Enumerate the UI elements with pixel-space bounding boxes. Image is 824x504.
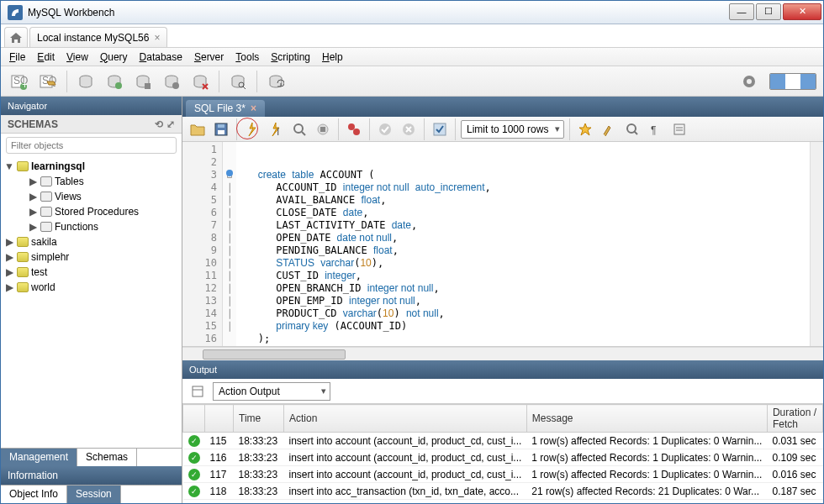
maximize-button[interactable]: ☐ bbox=[756, 3, 781, 20]
main-toolbar: SQL+ SQL bbox=[1, 66, 823, 97]
tb-icon-2[interactable] bbox=[103, 70, 126, 93]
col-duration[interactable]: Duration / Fetch bbox=[767, 405, 822, 433]
col-action[interactable]: Action bbox=[284, 405, 527, 433]
output-table[interactable]: Time Action Message Duration / Fetch ✓11… bbox=[182, 404, 823, 503]
execute-current-icon[interactable]: I bbox=[266, 119, 286, 139]
menu-database[interactable]: Database bbox=[140, 51, 182, 63]
row-message: 1 row(s) affected Records: 1 Duplicates:… bbox=[526, 433, 767, 449]
filter-input[interactable] bbox=[6, 137, 177, 154]
svg-rect-36 bbox=[674, 124, 684, 134]
editor-tab-label: SQL File 3* bbox=[194, 102, 246, 114]
tb-icon-3[interactable] bbox=[131, 70, 155, 93]
output-row[interactable]: ✓11818:33:23insert into acc_transaction … bbox=[183, 483, 823, 500]
rollback-icon[interactable] bbox=[399, 119, 419, 139]
db-learningsql[interactable]: learningsql bbox=[31, 160, 85, 172]
menu-query[interactable]: Query bbox=[100, 51, 128, 63]
expand-icon[interactable]: ⤢ bbox=[166, 118, 175, 130]
code-text[interactable]: create table ACCOUNT ( ACCOUNT_ID intege… bbox=[236, 142, 810, 346]
tb-icon-1[interactable] bbox=[74, 70, 98, 93]
limit-rows-select[interactable]: Limit to 1000 rows bbox=[461, 120, 564, 139]
menu-edit[interactable]: Edit bbox=[37, 51, 55, 63]
row-action: insert into account (account_id, product… bbox=[284, 466, 527, 483]
window-title: MySQL Workbench bbox=[28, 7, 729, 18]
tab-session[interactable]: Session bbox=[67, 486, 121, 503]
open-file-icon[interactable] bbox=[188, 119, 208, 139]
menu-server[interactable]: Server bbox=[194, 51, 224, 63]
new-sql-tab-icon[interactable]: SQL+ bbox=[8, 70, 31, 93]
home-tab[interactable] bbox=[4, 27, 28, 47]
db-simplehr[interactable]: simplehr bbox=[31, 251, 69, 263]
menu-tools[interactable]: Tools bbox=[235, 51, 259, 63]
snippets-icon[interactable] bbox=[669, 119, 689, 139]
menu-file[interactable]: File bbox=[9, 51, 25, 63]
commit-icon[interactable] bbox=[375, 119, 395, 139]
tree-funcs[interactable]: Functions bbox=[55, 221, 98, 233]
success-icon: ✓ bbox=[188, 435, 200, 447]
row-duration: 0.187 sec bbox=[767, 483, 822, 500]
panel-toggle[interactable] bbox=[769, 73, 816, 90]
invisible-icon[interactable] bbox=[622, 119, 642, 139]
save-icon[interactable] bbox=[211, 119, 231, 139]
db-test[interactable]: test bbox=[31, 266, 47, 278]
folder-icon bbox=[40, 207, 52, 217]
execute-icon[interactable] bbox=[242, 119, 262, 139]
database-icon bbox=[17, 267, 29, 277]
editor-toolbar: I Limit to 1000 rows ¶ bbox=[182, 117, 823, 142]
find-icon[interactable] bbox=[599, 119, 619, 139]
tree-procs[interactable]: Stored Procedures bbox=[55, 206, 139, 218]
autocommit-icon[interactable] bbox=[430, 119, 450, 139]
tree-tables[interactable]: Tables bbox=[55, 176, 84, 187]
refresh-icon[interactable]: ⟲ bbox=[155, 118, 163, 130]
tb-icon-search[interactable] bbox=[226, 70, 250, 93]
explain-icon[interactable] bbox=[289, 119, 309, 139]
tab-management[interactable]: Management bbox=[1, 449, 77, 466]
tab-object-info[interactable]: Object Info bbox=[1, 486, 67, 503]
menu-view[interactable]: View bbox=[66, 51, 88, 63]
minimize-button[interactable]: — bbox=[729, 3, 754, 20]
wrap-icon[interactable]: ¶ bbox=[646, 119, 666, 139]
open-sql-icon[interactable]: SQL bbox=[36, 70, 60, 93]
line-gutter: 12345678910111213141516 bbox=[182, 142, 223, 346]
schema-tree[interactable]: ▼learningsql ▶Tables ▶Views ▶Stored Proc… bbox=[1, 157, 182, 448]
row-time: 18:33:23 bbox=[234, 483, 284, 500]
editor-hscroll[interactable] bbox=[182, 347, 823, 360]
col-message[interactable]: Message bbox=[526, 405, 767, 433]
menu-scripting[interactable]: Scripting bbox=[271, 51, 310, 63]
col-num[interactable] bbox=[205, 405, 234, 433]
info-tabs: Object Info Session bbox=[1, 485, 182, 503]
close-editor-tab-icon[interactable]: × bbox=[251, 102, 256, 114]
db-sakila[interactable]: sakila bbox=[31, 236, 57, 248]
svg-point-8 bbox=[115, 82, 122, 89]
no-limit-icon[interactable] bbox=[344, 119, 364, 139]
output-row[interactable]: ✓11518:33:23insert into account (account… bbox=[183, 433, 823, 449]
row-message: 1 row(s) affected Records: 1 Duplicates:… bbox=[526, 449, 767, 466]
gear-icon[interactable] bbox=[737, 70, 761, 93]
output-row[interactable]: ✓11618:33:23insert into account (account… bbox=[183, 449, 823, 466]
close-tab-icon[interactable]: × bbox=[154, 32, 160, 44]
db-world[interactable]: world bbox=[31, 281, 55, 293]
tb-icon-4[interactable] bbox=[160, 70, 183, 93]
breakpoint-icon bbox=[226, 170, 233, 176]
output-mode-icon[interactable] bbox=[188, 381, 208, 402]
output-row[interactable]: ✓11718:33:23insert into account (account… bbox=[183, 466, 823, 483]
output-type-select[interactable]: Action Output bbox=[213, 382, 330, 401]
tb-icon-5[interactable] bbox=[188, 70, 212, 93]
close-button[interactable]: ✕ bbox=[783, 3, 821, 20]
svg-line-25 bbox=[302, 132, 305, 135]
menu-help[interactable]: Help bbox=[322, 51, 343, 63]
output-controls: Action Output bbox=[182, 379, 823, 404]
svg-line-34 bbox=[634, 131, 637, 134]
col-status[interactable] bbox=[183, 405, 205, 433]
sql-editor[interactable]: 12345678910111213141516 ⊟││││││││││││ cr… bbox=[182, 142, 823, 347]
success-icon: ✓ bbox=[188, 452, 200, 464]
tree-views[interactable]: Views bbox=[55, 191, 82, 202]
connection-tab[interactable]: Local instance MySQL56 × bbox=[29, 27, 167, 47]
editor-tab[interactable]: SQL File 3* × bbox=[186, 100, 265, 117]
editor-vscroll[interactable] bbox=[810, 142, 823, 346]
tab-schemas[interactable]: Schemas bbox=[77, 449, 137, 466]
stop-icon[interactable] bbox=[313, 119, 333, 139]
col-time[interactable]: Time bbox=[234, 405, 284, 433]
tb-icon-reconnect[interactable] bbox=[264, 70, 288, 93]
beautify-icon[interactable] bbox=[575, 119, 595, 139]
connection-tab-label: Local instance MySQL56 bbox=[37, 32, 149, 44]
